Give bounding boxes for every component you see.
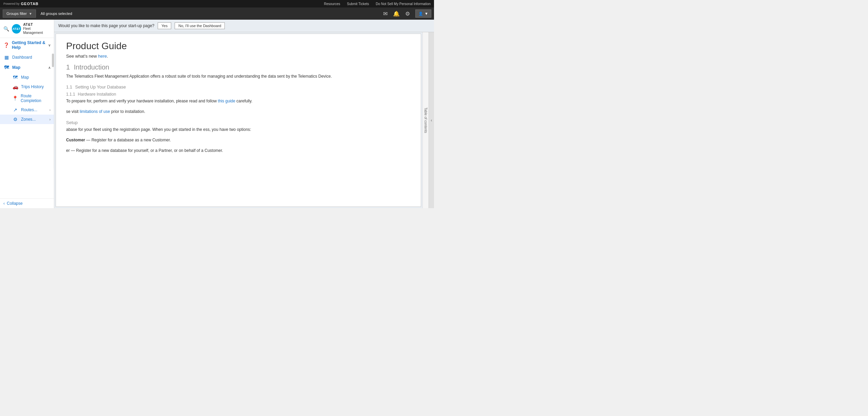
dashboard-label: Dashboard bbox=[12, 55, 32, 60]
route-completion-label: Route Completion bbox=[21, 94, 51, 103]
zones-icon: ⚙ bbox=[12, 117, 18, 122]
section-1-heading: 1 Introduction bbox=[66, 63, 411, 71]
section-1-title: Introduction bbox=[74, 63, 110, 71]
map-icon: 🗺 bbox=[12, 75, 18, 80]
sidebar-item-trips-history[interactable]: 🚗 Trips History bbox=[0, 82, 54, 92]
sidebar-item-dashboard[interactable]: ▦ Dashboard bbox=[0, 52, 54, 62]
doc-subtitle: See what's new here. bbox=[66, 54, 411, 59]
document-wrapper: Product Guide See what's new here. 1 Int… bbox=[54, 32, 434, 208]
trips-icon: 🚗 bbox=[12, 84, 18, 90]
main-layout: 🔍 AT&T AT&T Fleet Management ❓ Getting S… bbox=[0, 20, 434, 208]
sidebar: 🔍 AT&T AT&T Fleet Management ❓ Getting S… bbox=[0, 20, 54, 208]
p1-text: To prepare for, perform and verify your … bbox=[66, 99, 218, 103]
email-icon[interactable]: ✉ bbox=[383, 11, 388, 17]
section-11-num: 1.1 bbox=[66, 84, 72, 90]
section-111-paragraph1: To prepare for, perform and verify your … bbox=[66, 98, 411, 104]
right-collapse-button[interactable]: ‹ bbox=[429, 32, 434, 208]
section-111-title: Hardware Installation bbox=[78, 92, 116, 97]
search-icon[interactable]: 🔍 bbox=[3, 26, 9, 32]
groups-filter-dropdown-icon: ▼ bbox=[29, 12, 32, 16]
here-link[interactable]: here bbox=[98, 54, 107, 59]
getting-started-label: Getting Started & Help bbox=[12, 40, 45, 50]
toc-label: Table of contents bbox=[424, 107, 428, 133]
resources-link[interactable]: Resources bbox=[324, 2, 340, 6]
section-111-paragraph2: se visit limitations of use prior to ins… bbox=[66, 108, 411, 115]
map-section-label: Map bbox=[12, 65, 20, 70]
partner-line: er — Register for a new database for you… bbox=[66, 147, 411, 154]
top-bar: Powered by GEOTAB Resources Submit Ticke… bbox=[0, 0, 434, 7]
routes-arrow: › bbox=[50, 108, 51, 112]
trips-label: Trips History bbox=[21, 84, 44, 89]
setup-heading: Setup bbox=[66, 119, 411, 125]
sidebar-header: 🔍 AT&T AT&T Fleet Management bbox=[0, 20, 54, 38]
content-area: Would you like to make this page your st… bbox=[54, 20, 434, 208]
section-11-title: Setting Up Your Database bbox=[75, 84, 126, 90]
customer-desc: — Register for a database as a new Custo… bbox=[86, 138, 171, 142]
p1-text-b: carefully. bbox=[235, 99, 252, 103]
customer-line: Customer — Register for a database as a … bbox=[66, 137, 411, 143]
att-logo-circle: AT&T bbox=[12, 24, 21, 34]
collapse-left-arrow-icon: ‹ bbox=[3, 201, 5, 206]
user-icon: 👤 bbox=[418, 12, 423, 16]
map-label: Map bbox=[21, 75, 29, 80]
routes-icon: ↗ bbox=[12, 107, 18, 113]
setup-title: Setup bbox=[66, 120, 78, 125]
bell-icon[interactable]: 🔔 bbox=[393, 11, 400, 17]
map-section-arrow: ∧ bbox=[48, 66, 51, 70]
doc-title: Product Guide bbox=[66, 41, 411, 52]
att-logo: AT&T AT&T Fleet Management bbox=[12, 22, 51, 35]
user-menu-button[interactable]: 👤 ▼ bbox=[415, 9, 431, 18]
sidebar-item-routes[interactable]: ↗ Routes... › bbox=[0, 105, 54, 115]
customer-term: Customer bbox=[66, 138, 85, 142]
powered-by-text: Powered by bbox=[3, 2, 20, 5]
company-subtitle: Fleet Management bbox=[23, 27, 51, 35]
section-111-num: 1.1.1 bbox=[66, 92, 75, 97]
sidebar-item-route-completion[interactable]: 📍 Route Completion bbox=[0, 92, 54, 105]
geotab-logo: Powered by GEOTAB bbox=[3, 2, 39, 6]
sidebar-item-getting-started[interactable]: ❓ Getting Started & Help ∨ bbox=[0, 38, 54, 52]
do-not-sell-link[interactable]: Do Not Sell My Personal Information bbox=[376, 2, 431, 6]
zones-label: Zones... bbox=[21, 117, 36, 122]
gear-icon[interactable]: ⚙ bbox=[405, 11, 410, 17]
dashboard-icon: ▦ bbox=[3, 55, 9, 60]
all-groups-text: All groups selected bbox=[41, 12, 72, 16]
routes-label: Routes... bbox=[21, 107, 37, 112]
brand-name: GEOTAB bbox=[21, 2, 39, 6]
yes-button[interactable]: Yes bbox=[158, 22, 171, 29]
startup-banner: Would you like to make this page your st… bbox=[54, 20, 434, 32]
logo-area: Powered by GEOTAB bbox=[3, 2, 39, 6]
section-11-heading: 1.1 Setting Up Your Database bbox=[66, 84, 411, 90]
zones-arrow: › bbox=[50, 118, 51, 121]
groups-filter-button[interactable]: Groups filter ▼ bbox=[3, 9, 36, 18]
sidebar-item-map-section[interactable]: 🗺 Map ∧ bbox=[0, 62, 54, 73]
setup-paragraph: abase for your fleet using the registrat… bbox=[66, 126, 411, 133]
filter-bar: Groups filter ▼ All groups selected ✉ 🔔 … bbox=[0, 7, 434, 20]
limitations-link[interactable]: limitations of use bbox=[80, 109, 110, 114]
groups-filter-label: Groups filter bbox=[6, 12, 27, 16]
section-1-paragraph: The Telematics Fleet Management Applicat… bbox=[66, 73, 411, 80]
collapse-button[interactable]: ‹ Collapse bbox=[0, 198, 54, 208]
this-guide-link[interactable]: this guide bbox=[218, 99, 235, 103]
sidebar-item-map[interactable]: 🗺 Map bbox=[0, 73, 54, 82]
subtitle-text: See what's new bbox=[66, 54, 98, 59]
p2-pre: se visit bbox=[66, 109, 80, 114]
top-nav-links: Resources Submit Tickets Do Not Sell My … bbox=[324, 2, 431, 6]
startup-question: Would you like to make this page your st… bbox=[58, 23, 154, 28]
right-collapse-icon: ‹ bbox=[431, 118, 432, 123]
getting-started-arrow: ∨ bbox=[48, 43, 51, 47]
company-name: AT&T bbox=[23, 22, 51, 27]
map-section-icon: 🗺 bbox=[3, 65, 9, 70]
p2-text-b: prior to installation. bbox=[110, 109, 145, 114]
filter-bar-right: ✉ 🔔 ⚙ 👤 ▼ bbox=[383, 9, 431, 18]
submit-tickets-link[interactable]: Submit Tickets bbox=[347, 2, 369, 6]
section-111-heading: 1.1.1 Hardware Installation bbox=[66, 91, 411, 97]
sidebar-item-zones[interactable]: ⚙ Zones... › bbox=[0, 115, 54, 124]
route-completion-icon: 📍 bbox=[12, 96, 18, 101]
document-content: Product Guide See what's new here. 1 Int… bbox=[56, 34, 421, 207]
user-dropdown-icon: ▼ bbox=[425, 12, 428, 16]
toc-sidebar[interactable]: Table of contents bbox=[422, 32, 429, 208]
getting-started-icon: ❓ bbox=[3, 42, 9, 48]
section-1-num: 1 bbox=[66, 63, 70, 71]
att-text: AT&T Fleet Management bbox=[23, 22, 51, 35]
no-dashboard-button[interactable]: No, I'll use the Dashboard bbox=[175, 22, 225, 29]
